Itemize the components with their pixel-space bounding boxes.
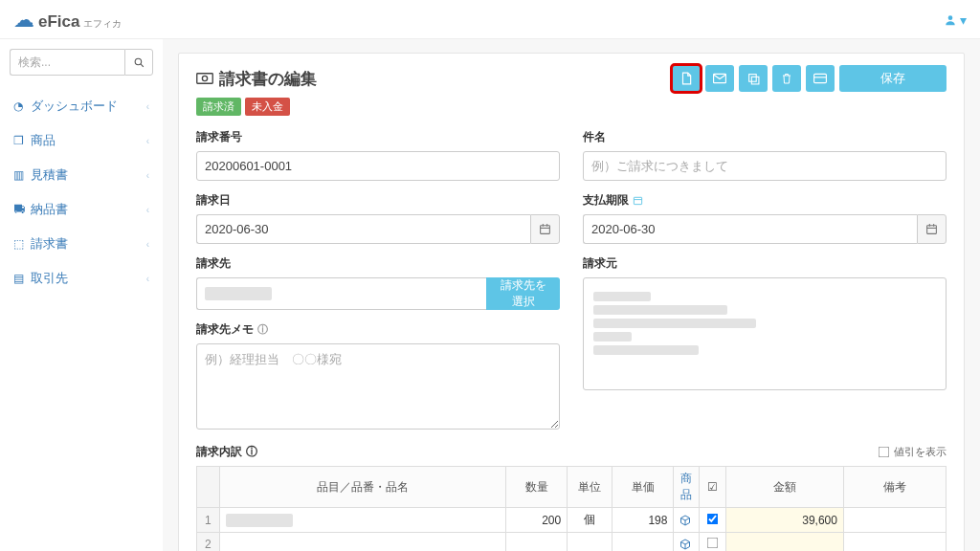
help-icon: ⓘ [257, 322, 268, 337]
chevron-left-icon: ‹ [146, 170, 149, 181]
cell-unit[interactable]: 個 [568, 508, 612, 533]
save-button[interactable]: 保存 [839, 65, 947, 92]
money-icon: ⬚ [13, 237, 31, 251]
row-checkbox[interactable] [707, 513, 719, 524]
th-note: 備考 [843, 467, 946, 508]
box-icon: ❒ [13, 134, 31, 147]
cell-price[interactable] [612, 533, 674, 552]
sidebar-item-label: 商品 [31, 132, 146, 149]
calendar-icon[interactable] [917, 214, 947, 244]
calendar-icon[interactable] [530, 214, 560, 244]
card-icon: ▤ [13, 272, 31, 285]
table-header-row: 品目／品番・品名 数量 単位 単価 商品 ☑ 金額 備考 [197, 467, 947, 508]
card-icon [813, 73, 827, 84]
cell-item[interactable] [219, 508, 506, 533]
sidebar-item-label: ダッシュボード [31, 98, 146, 115]
redacted-text [593, 332, 632, 342]
svg-rect-6 [748, 74, 756, 81]
label-number: 請求番号 [196, 129, 560, 145]
pdf-button[interactable] [672, 65, 701, 92]
sidebar-item-label: 請求書 [31, 235, 146, 253]
input-number[interactable] [196, 151, 560, 181]
cell-qty[interactable]: 200 [506, 508, 568, 533]
redacted-text [593, 292, 651, 301]
th-check: ☑ [700, 467, 726, 508]
discount-toggle[interactable]: 値引を表示 [878, 445, 947, 459]
chevron-left-icon: ‹ [146, 239, 149, 250]
help-icon: ⓘ [246, 444, 257, 460]
pdf-icon [679, 72, 693, 85]
svg-rect-8 [814, 74, 827, 82]
input-subject[interactable] [583, 151, 947, 181]
main: 請求書の編集 [163, 39, 980, 551]
svg-rect-7 [751, 77, 759, 84]
cell-check[interactable] [700, 533, 726, 552]
th-amount: 金額 [725, 467, 843, 508]
cell-check[interactable] [700, 508, 726, 533]
sender-box[interactable] [583, 277, 947, 390]
svg-point-1 [135, 58, 142, 64]
cell-amount[interactable]: 39,600 [725, 508, 843, 533]
th-qty: 数量 [506, 467, 568, 508]
sidebar-item-clients[interactable]: ▤ 取引先 ‹ [10, 261, 153, 296]
select-billto-button[interactable]: 請求先を選択 [486, 277, 560, 310]
cell-unit[interactable] [568, 533, 612, 552]
sidebar-item-delivery[interactable]: ⛟ 納品書 ‹ [10, 192, 153, 227]
sidebar-item-dashboard[interactable]: ◔ ダッシュボード ‹ [10, 89, 153, 123]
search-input[interactable] [10, 49, 124, 76]
cloud-icon: ☁ [13, 8, 34, 33]
cell-item[interactable] [219, 533, 506, 552]
input-billto[interactable] [196, 277, 486, 310]
sidebar-item-quotes[interactable]: ▥ 見積書 ‹ [10, 158, 153, 192]
input-memo[interactable] [196, 343, 560, 430]
cell-note[interactable] [843, 533, 946, 552]
table-row[interactable]: 1200個19839,600 [197, 508, 947, 533]
input-due[interactable] [583, 214, 917, 244]
label-subject: 件名 [583, 129, 947, 145]
action-bar: 保存 [672, 65, 947, 92]
label-date: 請求日 [196, 192, 560, 209]
cell-qty[interactable] [506, 533, 568, 552]
calc-icon: ▥ [13, 168, 31, 182]
label-memo: 請求先メモⓘ [196, 321, 560, 338]
invoice-card: 請求書の編集 [178, 53, 965, 551]
discount-checkbox[interactable] [879, 447, 890, 458]
sidebar-item-label: 見積書 [31, 166, 146, 184]
row-number: 1 [197, 508, 220, 533]
status-badges: 請求済 未入金 [196, 98, 947, 116]
input-date[interactable] [196, 214, 530, 244]
chevron-left-icon: ‹ [146, 136, 149, 146]
table-row[interactable]: 2 [197, 533, 947, 552]
user-icon [944, 13, 957, 27]
redacted-text [593, 345, 699, 355]
copy-icon [747, 73, 760, 85]
search-button[interactable] [124, 49, 153, 76]
page-title: 請求書の編集 [196, 68, 317, 90]
status-badge-unpaid: 未入金 [245, 98, 290, 116]
redacted-text [593, 319, 756, 328]
cell-note[interactable] [843, 508, 946, 533]
copy-button[interactable] [739, 65, 768, 92]
cell-amount[interactable] [725, 533, 843, 552]
delete-button[interactable] [772, 65, 801, 92]
redacted-text [593, 305, 727, 315]
sidebar-item-invoice[interactable]: ⬚ 請求書 ‹ [10, 227, 153, 261]
product-link-icon[interactable] [674, 533, 700, 552]
redacted-text [226, 514, 293, 527]
svg-rect-14 [634, 197, 641, 204]
svg-rect-10 [541, 226, 550, 234]
th-item: 品目／品番・品名 [219, 467, 506, 508]
money-icon [196, 72, 213, 85]
product-link-icon[interactable] [674, 508, 700, 533]
row-checkbox[interactable] [707, 538, 719, 549]
chevron-left-icon: ‹ [146, 101, 149, 112]
redacted-text [205, 287, 272, 300]
sidebar-item-products[interactable]: ❒ 商品 ‹ [10, 123, 153, 158]
brand-name: eFica [38, 12, 79, 32]
more-button[interactable] [806, 65, 835, 92]
mail-button[interactable] [705, 65, 734, 92]
cell-price[interactable]: 198 [612, 508, 674, 533]
label-due: 支払期限 [583, 192, 947, 209]
search-icon [133, 56, 145, 69]
user-menu[interactable]: ▾ [944, 12, 967, 28]
